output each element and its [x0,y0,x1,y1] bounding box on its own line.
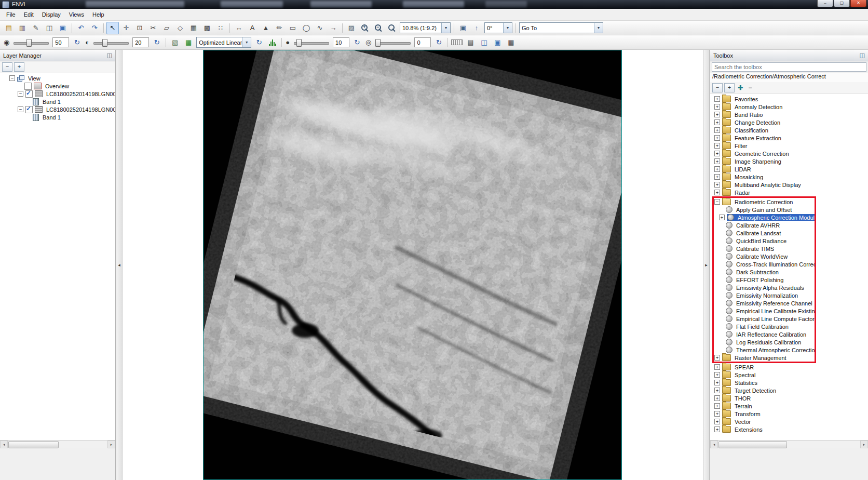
left-panel-collapse-strip[interactable]: ◂ [116,50,123,480]
zoom-box-button[interactable]: ⊡ [133,22,146,34]
goto-combo-arrow[interactable]: ▾ [594,23,603,33]
sharpen-slider-thumb[interactable] [296,39,302,47]
text-annotation-button[interactable]: A [246,22,259,34]
toolbox-tool[interactable]: Calibrate AVHRR [714,221,815,229]
toolbox-folder[interactable]: +Geometric Correction [710,150,868,157]
expander-toggle[interactable]: + [714,119,720,125]
scroll-left-icon[interactable]: ◂ [710,441,718,448]
expander-toggle[interactable]: + [714,355,720,361]
expander-toggle[interactable]: + [714,166,720,172]
toolbox-tool[interactable]: Dark Subtraction [714,268,815,276]
toolbox-tool[interactable]: Flat Field Calibration [714,323,815,330]
scroll-thumb[interactable] [8,441,59,448]
toolbox-tool[interactable]: Empirical Line Compute Factors [714,315,815,323]
layer-checkbox[interactable] [25,90,33,98]
raster-series-button[interactable]: ▨ [345,22,358,34]
histogram-stretch-button[interactable]: ▦ [182,36,195,49]
sharpen-reset-button[interactable]: ↻ [351,36,363,49]
toolbox-tool[interactable]: Empirical Line Calibrate Existing [714,307,815,315]
expander-toggle[interactable]: + [714,127,720,133]
stretch-type-combo-arrow[interactable]: ▾ [242,37,251,47]
expander-toggle[interactable]: + [714,190,720,195]
toolbox-folder[interactable]: +Anomaly Detection [710,103,868,111]
add-button[interactable]: ✚ [736,84,744,92]
stretch-type-combo[interactable]: Optimized Linear▾ [196,37,251,48]
transparency-value[interactable]: 0 [414,37,431,47]
toolbox-folder[interactable]: +Change Detection [710,118,868,126]
edit-metadata-button[interactable]: ✎ [30,22,42,34]
overview-toggle-button[interactable]: ◫ [478,36,490,49]
toolbox-folder[interactable]: +LiDAR [710,165,868,173]
remove-button[interactable]: − [746,84,754,92]
minimize-button[interactable]: – [817,0,833,7]
rotation-combo-arrow[interactable]: ▾ [503,23,512,33]
toolbox-folder[interactable]: +Multiband Analytic Display [710,181,868,189]
toolbox-tool[interactable]: Calibrate WorldView [714,252,815,260]
expander-toggle[interactable]: + [714,158,720,164]
toolbox-folder[interactable]: +Spectral [710,371,868,379]
toolbox-tool[interactable]: Emissivity Reference Channel [714,299,815,307]
scroll-thumb[interactable] [718,441,787,448]
expander-toggle[interactable]: + [714,388,720,393]
redacted-tab[interactable] [86,1,184,7]
maximize-button[interactable]: ▢ [834,0,850,7]
toolbox-folder[interactable]: +THOR [710,394,868,402]
expander-toggle[interactable]: + [714,372,720,378]
toolbox-tool[interactable]: QuickBird Radiance [714,237,815,245]
expander-toggle[interactable]: − [18,91,23,97]
toolbox-folder[interactable]: +Favorites [710,95,868,103]
toolbox-folder[interactable]: +Raster Management [714,354,815,362]
expander-toggle[interactable]: + [714,419,720,424]
toolbox-tool[interactable]: Calibrate TIMS [714,245,815,252]
toolbox-tool[interactable]: Log Residuals Calibration [714,338,815,346]
expander-toggle[interactable]: + [714,112,720,117]
collapse-all-button[interactable]: − [712,83,723,92]
layer-row[interactable]: −LC81800252014198LGN00_ [0,105,115,113]
expand-all-button[interactable]: + [724,83,735,92]
toolbox-search-input[interactable] [712,62,866,72]
expand-all-button[interactable]: + [14,62,24,72]
pan-button[interactable]: ✛ [120,22,132,34]
panel-menu-icon[interactable]: ◫ [860,52,865,59]
toolbox-folder[interactable]: +Statistics [710,379,868,386]
layer-row[interactable]: −View [0,74,115,82]
redacted-tab[interactable] [403,1,464,7]
toolbox-folder[interactable]: +Extensions [710,425,868,433]
close-button[interactable]: ✕ [850,0,866,7]
toolbox-folder[interactable]: +Target Detection [710,386,868,394]
redacted-tab[interactable] [221,1,283,7]
stretch-reset-button[interactable]: ↻ [253,36,265,49]
brightness-slider[interactable] [12,37,50,48]
arrow-annotation-button[interactable]: → [327,22,340,34]
scroll-left-icon[interactable]: ◂ [0,441,8,448]
polyline-annotation-button[interactable]: ∿ [314,22,326,34]
zoom-interactive-button[interactable] [386,22,398,34]
expander-toggle[interactable]: + [714,151,720,156]
toolbox-tool[interactable]: Emissivity Normalization [714,291,815,299]
expander-toggle[interactable]: + [714,143,720,149]
toolbox-folder[interactable]: +Terrain [710,402,868,410]
zoom-level-combo-arrow[interactable]: ▾ [441,23,450,33]
export-view-button[interactable]: ◫ [43,22,56,34]
tie-points-button[interactable]: ∷ [214,22,227,34]
expander-toggle[interactable]: − [18,106,23,112]
toolbox-tool[interactable]: Thermal Atmospheric Correction [714,346,815,354]
ellipse-annotation-button[interactable]: ◯ [300,22,313,34]
layer-checkbox[interactable] [25,106,33,113]
toolbox-tool[interactable]: Cross-Track Illumination Correction [714,260,815,268]
crosshairs-toggle-button[interactable]: ▣ [491,36,504,49]
toolbox-folder[interactable]: +Filter [710,142,868,150]
toolbox-folder[interactable]: +Classification [710,126,868,134]
menu-item-help[interactable]: Help [88,10,108,19]
cut-region-button[interactable]: ✂ [147,22,159,34]
zoom-in-button[interactable]: + [359,22,371,34]
expander-toggle[interactable]: + [714,104,720,110]
sharpen-slider[interactable] [293,37,330,48]
menu-item-views[interactable]: Views [65,10,88,19]
menu-item-file[interactable]: File [2,10,20,19]
data-manager-button[interactable]: ▥ [16,22,29,34]
zoom-out-button[interactable]: − [372,22,385,34]
brightness-reset-button[interactable]: ↻ [71,36,83,49]
toolbox-tool[interactable]: EFFORT Polishing [714,276,815,284]
toolbox-folder[interactable]: +Transform [710,410,868,418]
